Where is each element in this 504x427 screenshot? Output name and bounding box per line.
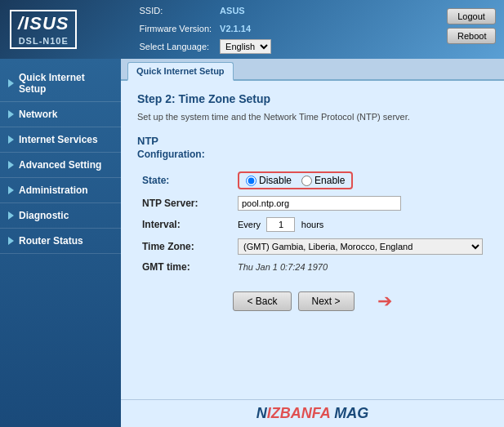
- sidebar-label: Administration: [19, 185, 88, 196]
- model-name: DSL-N10E: [18, 36, 69, 46]
- firmware-value[interactable]: V2.1.14: [220, 24, 251, 33]
- content-body: Step 2: Time Zone Setup Set up the syste…: [121, 81, 504, 399]
- sidebar-item-diagnostic[interactable]: Diagnostic: [0, 203, 121, 229]
- enable-radio[interactable]: [301, 176, 312, 186]
- ntp-server-input[interactable]: [238, 196, 401, 211]
- watermark-area: NIZBANFA MAG: [121, 399, 504, 427]
- arrow-icon: [8, 237, 14, 245]
- gmt-label: GMT time:: [137, 258, 233, 276]
- sidebar-item-advanced-setting[interactable]: Advanced Setting: [0, 153, 121, 178]
- page-subtitle: Set up the system time and the Network T…: [137, 112, 488, 122]
- language-label: Select Language:: [136, 39, 215, 56]
- sidebar-label: Network: [19, 109, 57, 120]
- sidebar-item-administration[interactable]: Administration: [0, 178, 121, 203]
- state-row: State: Disable Enable: [137, 168, 488, 193]
- language-select[interactable]: English: [220, 39, 271, 54]
- interval-row: Interval: Every hours: [137, 214, 488, 235]
- next-arrow-icon: ➔: [377, 291, 392, 312]
- asus-logo-block: /ISUS DSL-N10E: [10, 10, 85, 49]
- next-button[interactable]: Next >: [298, 291, 355, 311]
- arrow-icon: [8, 161, 14, 169]
- sidebar-item-network[interactable]: Network: [0, 102, 121, 127]
- gmt-value: Thu Jan 1 0:7:24 1970: [238, 262, 328, 272]
- asus-logo: /ISUS DSL-N10E: [10, 10, 77, 49]
- header: /ISUS DSL-N10E SSID: ASUS Firmware Versi…: [0, 0, 504, 59]
- header-buttons: Logout Reboot: [447, 8, 496, 44]
- disable-radio[interactable]: [246, 176, 256, 186]
- interval-prefix: Every: [238, 220, 261, 229]
- sidebar: Quick Internet Setup Network Internet Se…: [0, 59, 121, 427]
- sidebar-label: Advanced Setting: [19, 159, 101, 171]
- disable-radio-label[interactable]: Disable: [246, 175, 292, 186]
- arrow-icon: [8, 79, 14, 87]
- state-label: State:: [137, 168, 233, 193]
- tab-quick-internet-setup[interactable]: Quick Internet Setup: [127, 62, 234, 81]
- ntp-config-label: Configuration:: [137, 149, 488, 160]
- main-layout: Quick Internet Setup Network Internet Se…: [0, 59, 504, 427]
- tab-bar: Quick Internet Setup: [121, 59, 504, 81]
- timezone-select[interactable]: (GMT) Gambia, Liberia, Morocco, England: [238, 238, 483, 255]
- enable-label: Enable: [314, 175, 345, 186]
- interval-unit: hours: [301, 220, 324, 229]
- ntp-server-row: NTP Server:: [137, 193, 488, 214]
- header-info: SSID: ASUS Firmware Version: V2.1.14 Sel…: [134, 2, 276, 56]
- ntp-form-table: State: Disable Enable: [137, 168, 488, 276]
- disable-label: Disable: [259, 175, 292, 186]
- back-button[interactable]: < Back: [233, 291, 291, 311]
- interval-label: Interval:: [137, 214, 233, 235]
- arrow-icon: [8, 211, 14, 220]
- sidebar-label: Internet Services: [19, 134, 98, 145]
- timezone-label: Time Zone:: [137, 235, 233, 258]
- timezone-row: Time Zone: (GMT) Gambia, Liberia, Morocc…: [137, 235, 488, 258]
- page-title: Step 2: Time Zone Setup: [137, 92, 488, 105]
- sidebar-label: Router Status: [19, 235, 83, 247]
- ntp-server-label: NTP Server:: [137, 193, 233, 214]
- reboot-button[interactable]: Reboot: [447, 28, 496, 44]
- sidebar-label: Quick Internet Setup: [19, 72, 113, 95]
- state-box: Disable Enable: [238, 171, 353, 189]
- logout-button[interactable]: Logout: [447, 8, 496, 24]
- firmware-label: Firmware Version:: [136, 21, 215, 38]
- ntp-section-title: NTP: [137, 135, 488, 147]
- arrow-icon: [8, 136, 14, 144]
- sidebar-item-quick-internet-setup[interactable]: Quick Internet Setup: [0, 65, 121, 102]
- interval-input[interactable]: [266, 217, 295, 232]
- ssid-value[interactable]: ASUS: [220, 6, 245, 16]
- sidebar-item-internet-services[interactable]: Internet Services: [0, 127, 121, 153]
- arrow-icon: [8, 186, 14, 194]
- sidebar-label: Diagnostic: [19, 210, 69, 221]
- ssid-label: SSID:: [136, 3, 215, 20]
- content-area: Quick Internet Setup Step 2: Time Zone S…: [121, 59, 504, 427]
- enable-radio-label[interactable]: Enable: [301, 175, 345, 186]
- watermark-text: NIZBANFA MAG: [256, 405, 368, 421]
- arrow-icon: [8, 110, 14, 118]
- sidebar-item-router-status[interactable]: Router Status: [0, 229, 121, 254]
- gmt-time-row: GMT time: Thu Jan 1 0:7:24 1970: [137, 258, 488, 276]
- button-row: < Back Next > ➔: [137, 291, 488, 312]
